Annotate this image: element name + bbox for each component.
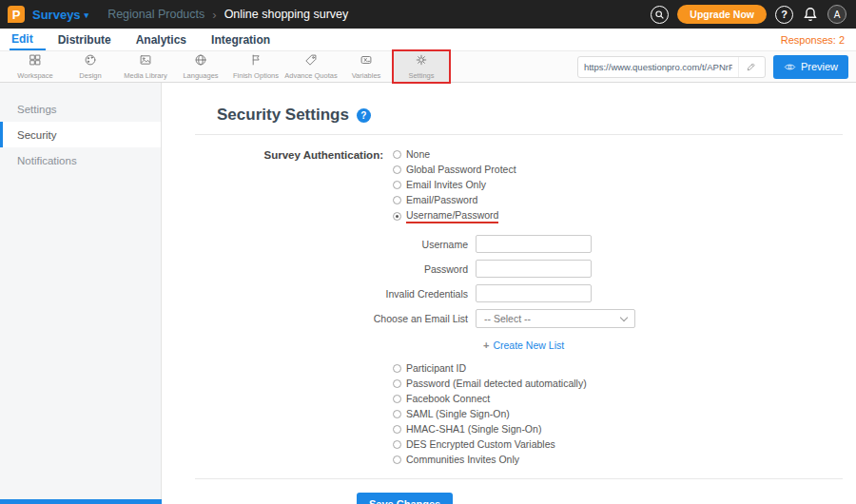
sidebar-item-security[interactable]: Security [0,122,161,147]
sidebar-item-settings[interactable]: Settings [0,96,161,122]
radio-option-communities-invites[interactable]: Communities Invites Only [393,454,843,465]
radio-icon[interactable] [393,425,401,434]
create-list-row: + Create New List [483,336,843,353]
radio-option-password-auto[interactable]: Password (Email detected automatically) [393,378,843,389]
toolbar-item-label: Languages [183,71,218,80]
product-switcher[interactable]: Surveys ▾ [32,8,88,22]
radio-icon[interactable] [393,456,401,464]
chevron-down-icon [620,313,628,320]
radio-icon[interactable] [393,196,401,204]
more-auth-options-group: Participant ID Password (Email detected … [393,362,843,465]
eye-icon [784,61,796,73]
questionpro-logo[interactable]: P [8,6,25,23]
radio-option-email-invites[interactable]: Email Invites Only [393,179,516,190]
radio-option-hmac-sha1[interactable]: HMAC-SHA1 (Single Sign-On) [393,423,843,435]
design-icon [84,53,97,70]
toolbar-item-variables[interactable]: Variables [339,51,394,82]
radio-icon[interactable] [393,440,401,449]
toolbar-item-settings[interactable]: Settings [394,51,449,82]
toolbar-item-label: Media Library [124,71,166,80]
breadcrumb-separator-icon: › [212,8,216,22]
responses-count[interactable]: Responses: 2 [781,34,845,46]
email-list-select[interactable]: -- Select -- [476,309,635,328]
breadcrumb-current: Online shopping survey [224,8,349,21]
radio-option-none[interactable]: None [393,148,516,160]
tab-distribute[interactable]: Distribute [46,29,124,50]
radio-label: Password (Email detected automatically) [406,378,587,389]
toolbar-item-finish-options[interactable]: Finish Options [228,51,283,82]
tab-analytics[interactable]: Analytics [124,29,199,50]
help-icon[interactable]: ? [775,6,793,24]
password-row: Password [195,260,843,278]
languages-icon [194,53,207,70]
top-bar: P Surveys ▾ Regional Products › Online s… [0,0,856,29]
radio-label: Global Password Protect [406,164,516,175]
radio-label: Email Invites Only [406,179,486,190]
radio-icon[interactable] [393,364,401,373]
radio-icon[interactable] [393,395,401,403]
radio-option-participant-id[interactable]: Participant ID [393,362,843,374]
page-title: Security Settings [217,106,349,125]
radio-icon[interactable] [393,379,401,388]
radio-icon[interactable] [393,181,401,189]
divider-top [195,134,843,135]
edit-url-pencil-icon[interactable] [738,57,763,77]
radio-option-username-password[interactable]: Username/Password [393,209,516,223]
toolbar-item-advance-quotas[interactable]: Advance Quotas [283,51,339,82]
toolbar-item-label: Advance Quotas [284,71,337,80]
radio-icon[interactable] [393,165,401,174]
radio-option-saml[interactable]: SAML (Single Sign-On) [393,408,843,419]
toolbar-item-media-library[interactable]: Media Library [118,51,173,82]
radio-label: Email/Password [406,194,477,205]
top-bar-left: P Surveys ▾ Regional Products › Online s… [8,6,348,23]
radio-icon-selected[interactable] [393,212,401,221]
survey-authentication-row: Survey Authentication: None Global Passw… [195,148,843,223]
caret-down-icon: ▾ [85,10,89,20]
variables-icon [360,53,373,70]
title-help-icon[interactable]: ? [357,108,371,123]
create-new-list-link[interactable]: + Create New List [483,339,564,351]
survey-url-box [577,56,766,78]
radio-label: DES Encrypted Custom Variables [406,438,555,450]
radio-label: Communities Invites Only [406,454,519,465]
bottom-blue-strip [0,499,162,504]
radio-icon[interactable] [393,410,401,418]
toolbar-item-workspace[interactable]: Workspace [8,51,63,82]
toolbar-item-label: Settings [408,71,434,80]
invalid-credentials-row: Invalid Credentials [195,284,843,302]
tab-edit[interactable]: Edit [10,29,46,50]
edit-toolbar: Workspace Design Media Library Languages… [0,50,856,83]
radio-icon[interactable] [393,150,401,159]
preview-label: Preview [801,61,838,72]
radio-option-global-password[interactable]: Global Password Protect [393,164,516,175]
radio-option-des-encrypted[interactable]: DES Encrypted Custom Variables [393,438,843,450]
breadcrumb-parent[interactable]: Regional Products [107,8,204,21]
username-row: Username [195,235,843,253]
radio-option-facebook-connect[interactable]: Facebook Connect [393,393,843,404]
preview-button[interactable]: Preview [773,55,848,79]
username-input[interactable] [476,235,592,253]
password-input[interactable] [476,260,592,278]
radio-label-annotated: Username/Password [406,209,498,223]
media-library-icon [139,53,152,70]
search-icon[interactable] [651,6,669,24]
toolbar-item-languages[interactable]: Languages [173,51,228,82]
email-list-label: Choose an Email List [195,313,476,324]
user-avatar[interactable]: A [827,5,846,24]
plus-icon: + [483,339,489,351]
save-changes-button[interactable]: Save Changes [357,493,453,504]
invalid-credentials-label: Invalid Credentials [195,288,476,300]
product-name: Surveys [32,8,81,22]
upgrade-now-button[interactable]: Upgrade Now [677,5,767,24]
tab-integration[interactable]: Integration [199,29,282,50]
survey-url-input[interactable] [578,62,738,72]
notifications-bell-icon[interactable] [802,6,819,23]
credential-fields: Username Password Invalid Credentials Ch… [195,235,843,328]
invalid-credentials-input[interactable] [476,284,592,302]
nav-tabs: Edit Distribute Analytics Integration [10,29,282,50]
radio-label: Participant ID [406,362,466,374]
sidebar-item-notifications[interactable]: Notifications [0,147,161,173]
toolbar-item-design[interactable]: Design [63,51,118,82]
radio-option-email-password[interactable]: Email/Password [393,194,516,205]
toolbar-item-label: Workspace [17,71,52,80]
